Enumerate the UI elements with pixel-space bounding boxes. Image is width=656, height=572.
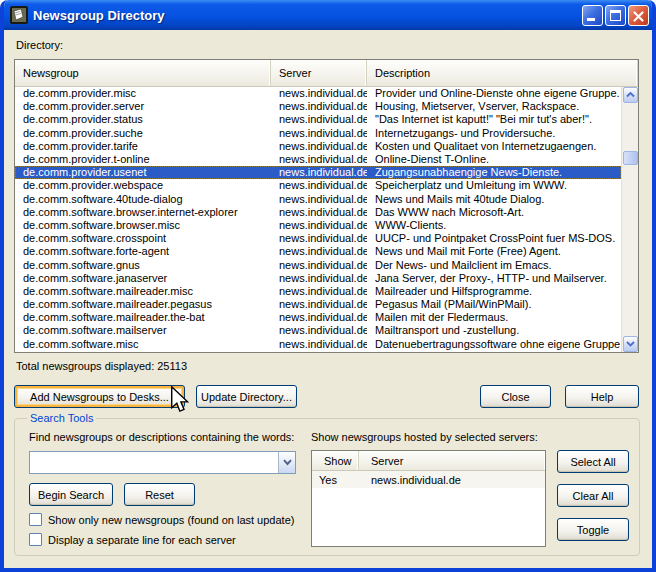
close-button[interactable] [628,5,649,26]
column-header-description[interactable]: Description [367,60,638,86]
cell-description: UUCP- und Pointpaket CrossPoint fuer MS-… [367,232,621,245]
cell-server: news.individual.de [271,259,367,272]
close-icon [632,9,645,27]
cell-newsgroup: de.comm.provider.t-online [15,153,271,166]
table-row[interactable]: de.comm.provider.statusnews.individual.d… [15,113,621,126]
toggle-button[interactable]: Toggle [557,518,629,541]
table-row[interactable]: de.comm.provider.webspacenews.individual… [15,179,621,192]
table-row[interactable]: de.comm.provider.miscnews.individual.deP… [15,87,621,100]
cell-newsgroup: de.comm.provider.suche [15,127,271,140]
show-only-new-checkbox[interactable] [29,513,42,526]
table-row[interactable]: de.comm.software.janaservernews.individu… [15,272,621,285]
clear-all-button[interactable]: Clear All [557,484,629,507]
cell-description: Das WWW nach Microsoft-Art. [367,206,621,219]
column-header-server[interactable]: Server [271,60,367,86]
cell-newsgroup: de.comm.provider.server [15,100,271,113]
vertical-scrollbar[interactable] [621,87,638,352]
window-controls [582,5,649,26]
table-row[interactable]: de.comm.software.mailreader.the-batnews.… [15,311,621,324]
cell-newsgroup: de.comm.software.browser.misc [15,219,271,232]
table-row[interactable]: de.comm.provider.t-onlinenews.individual… [15,153,621,166]
scrollbar-thumb[interactable] [623,151,638,165]
minimize-button[interactable] [582,5,603,26]
show-only-new-checkline: Show only new newsgroups (found on last … [29,513,294,526]
cell-newsgroup: de.comm.software.mailreader.pegasus [15,298,271,311]
cell-server: news.individual.de [271,206,367,219]
cell-newsgroup: de.comm.software.misc [15,338,271,351]
chevron-up-icon [626,92,635,98]
maximize-icon [610,10,621,21]
cell-description: Der News- und Mailclient im Emacs. [367,259,621,272]
table-row[interactable]: de.comm.provider.servernews.individual.d… [15,100,621,113]
cell-description: "Das Internet ist kaputt!" "Bei mir tut'… [367,113,621,126]
search-words-input[interactable] [30,452,278,473]
cell-description: Pegasus Mail (PMail/WinPMail). [367,298,621,311]
cell-server: news.individual.de [271,100,367,113]
newsgroup-table-body: de.comm.provider.miscnews.individual.deP… [15,87,621,352]
cell-server: news.individual.de [271,127,367,140]
cell-newsgroup: de.comm.provider.webspace [15,179,271,192]
cell-newsgroup: de.comm.software.40tude-dialog [15,193,271,206]
cell-server: news.individual.de [271,179,367,192]
cell-server: news.individual.de [271,153,367,166]
server-row[interactable]: Yesnews.individual.de [312,471,545,488]
cell-server: news.individual.de [271,311,367,324]
cell-newsgroup: de.comm.software.crosspoint [15,232,271,245]
chevron-down-icon [626,341,635,347]
cell-server: news.individual.de [271,193,367,206]
table-row[interactable]: de.comm.software.gnusnews.individual.deD… [15,258,621,271]
table-row[interactable]: de.comm.software.mailreader.miscnews.ind… [15,285,621,298]
table-row[interactable]: de.comm.software.40tude-dialognews.indiv… [15,193,621,206]
cell-newsgroup: de.comm.provider.misc [15,87,271,100]
cell-server: news.individual.de [271,232,367,245]
column-header-show[interactable]: Show [312,451,359,470]
cell-server: news.individual.de [271,219,367,232]
cell-newsgroup: de.comm.provider.usenet [15,166,271,179]
column-header-newsgroup[interactable]: Newsgroup [15,60,271,86]
help-button[interactable]: Help [565,385,639,408]
search-tools-title: Search Tools [27,412,96,424]
select-all-button[interactable]: Select All [557,450,629,473]
newsgroup-directory-window: Newsgroup Directory Directory: Newsgroup… [0,0,656,572]
cell-server: news.individual.de [359,474,545,486]
cell-server: news.individual.de [271,272,367,285]
maximize-button[interactable] [605,5,626,26]
total-newsgroups-label: Total newsgroups displayed: 25113 [16,360,187,372]
separate-line-checkbox[interactable] [29,533,42,546]
separate-line-label: Display a separate line for each server [48,534,236,546]
titlebar: Newsgroup Directory [0,0,656,30]
newsgroup-table: Newsgroup Server Description de.comm.pro… [14,59,639,353]
table-row[interactable]: de.comm.software.forte-agentnews.individ… [15,245,621,258]
table-row[interactable]: de.comm.provider.suchenews.individual.de… [15,127,621,140]
table-row[interactable]: de.comm.software.miscnews.individual.deD… [15,338,621,351]
chevron-down-icon [283,459,292,466]
cell-server: news.individual.de [271,140,367,153]
table-row-selected[interactable]: de.comm.provider.usenetnews.individual.d… [15,166,621,179]
table-row[interactable]: de.comm.software.crosspointnews.individu… [15,232,621,245]
combo-dropdown-button[interactable] [278,452,295,473]
cell-server: news.individual.de [271,87,367,100]
update-directory-button[interactable]: Update Directory... [196,385,297,408]
add-newsgroups-button[interactable]: Add Newsgroups to Desks... [14,385,185,408]
table-row[interactable]: de.comm.software.mailservernews.individu… [15,324,621,337]
scroll-up-button[interactable] [623,87,638,103]
reset-button[interactable]: Reset [124,483,195,506]
close-dialog-button[interactable]: Close [480,385,551,408]
table-row[interactable]: de.comm.provider.tarifenews.individual.d… [15,140,621,153]
cell-newsgroup: de.comm.software.gnus [15,259,271,272]
cell-description: Jana Server, der Proxy-, HTTP- und Mails… [367,272,621,285]
cell-server: news.individual.de [271,166,367,179]
table-row[interactable]: de.comm.software.browser.internet-explor… [15,206,621,219]
cell-newsgroup: de.comm.software.mailserver [15,324,271,337]
scroll-down-button[interactable] [623,336,638,352]
cell-server: news.individual.de [271,338,367,351]
show-only-new-label: Show only new newsgroups (found on last … [48,514,294,526]
cell-server: news.individual.de [271,285,367,298]
cell-description: News und Mails mit 40tude Dialog. [367,193,621,206]
begin-search-button[interactable]: Begin Search [29,483,113,506]
table-row[interactable]: de.comm.software.mailreader.pegasusnews.… [15,298,621,311]
column-header-server[interactable]: Server [359,451,545,470]
table-row[interactable]: de.comm.software.browser.miscnews.indivi… [15,219,621,232]
cell-description: Housing, Mietserver, Vserver, Rackspace. [367,100,621,113]
cell-newsgroup: de.comm.provider.tarife [15,140,271,153]
